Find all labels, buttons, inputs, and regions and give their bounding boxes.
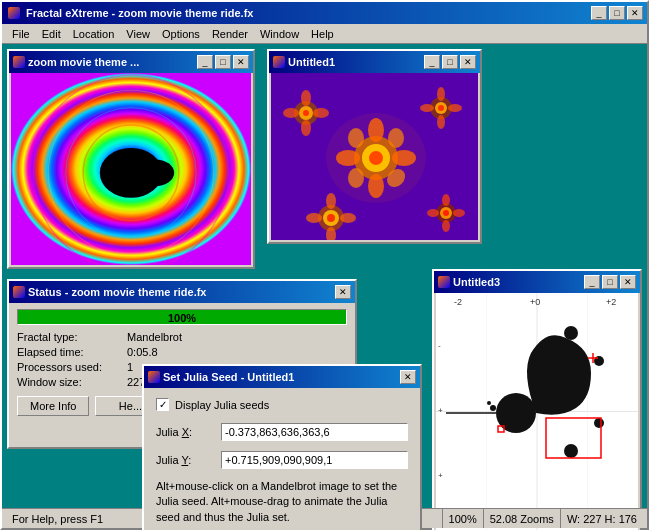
menu-edit[interactable]: Edit xyxy=(36,26,67,42)
svg-point-45 xyxy=(427,209,439,217)
fractal-type-label: Fractal type: xyxy=(17,331,127,343)
julia-dialog: Set Julia Seed - Untitled1 ✕ ✓ Display J… xyxy=(142,364,422,530)
svg-point-55 xyxy=(564,444,578,458)
svg-text:-2: -2 xyxy=(454,297,462,307)
svg-point-58 xyxy=(487,401,491,405)
svg-point-29 xyxy=(437,87,445,101)
fractal2-image xyxy=(271,73,478,240)
fractal3-controls: _ □ ✕ xyxy=(584,275,636,289)
processors-value: 1 xyxy=(127,361,133,373)
svg-point-47 xyxy=(326,113,426,203)
menu-help[interactable]: Help xyxy=(305,26,340,42)
dialog-content: ✓ Display Julia seeds Julia X: Julia Y: … xyxy=(144,388,420,530)
main-minimize-button[interactable]: _ xyxy=(591,6,607,20)
zooms-label: 52.08 Zooms xyxy=(490,513,554,525)
svg-point-53 xyxy=(496,393,536,433)
status-title-bar: Status - zoom movie theme ride.fx ✕ xyxy=(9,281,355,303)
window-size-label: Window size: xyxy=(17,376,127,388)
svg-point-24 xyxy=(283,108,299,118)
svg-point-44 xyxy=(442,220,450,232)
svg-point-22 xyxy=(301,90,311,106)
julia-title: Set Julia Seed - Untitled1 xyxy=(163,371,400,383)
app-icon xyxy=(6,5,22,21)
status-close[interactable]: ✕ xyxy=(335,285,351,299)
status-controls: ✕ xyxy=(335,285,351,299)
main-maximize-button[interactable]: □ xyxy=(609,6,625,20)
svg-point-35 xyxy=(327,214,335,222)
fractal-window-3: Untitled3 _ □ ✕ xyxy=(432,269,642,530)
elapsed-row: Elapsed time: 0:05.8 xyxy=(17,346,347,358)
svg-point-25 xyxy=(313,108,329,118)
zooms-section: 52.08 Zooms xyxy=(484,509,561,528)
fractal2-icon xyxy=(273,56,285,68)
main-window: Fractal eXtreme - zoom movie theme ride.… xyxy=(0,0,649,530)
julia-close-btn[interactable]: ✕ xyxy=(400,370,416,384)
menu-location[interactable]: Location xyxy=(67,26,121,42)
svg-point-57 xyxy=(490,405,496,411)
julia-title-bar: Set Julia Seed - Untitled1 ✕ xyxy=(144,366,420,388)
julia-dialog-icon xyxy=(148,371,160,383)
content-area: zoom movie theme ... _ □ ✕ xyxy=(2,44,647,508)
more-info-button[interactable]: More Info xyxy=(17,396,89,416)
svg-point-39 xyxy=(340,213,356,223)
fractal3-close[interactable]: ✕ xyxy=(620,275,636,289)
fractal3-maximize[interactable]: □ xyxy=(602,275,618,289)
checkbox-label: Display Julia seeds xyxy=(175,399,269,411)
progress-bar-container: 100% xyxy=(17,309,347,325)
fractal2-maximize[interactable]: □ xyxy=(442,55,458,69)
menu-view[interactable]: View xyxy=(120,26,156,42)
size-label: W: 227 H: 176 xyxy=(567,513,637,525)
menu-window[interactable]: Window xyxy=(254,26,305,42)
fractal-type-row: Fractal type: Mandelbrot xyxy=(17,331,347,343)
svg-point-42 xyxy=(443,210,449,216)
fractal3-minimize[interactable]: _ xyxy=(584,275,600,289)
fractal1-image xyxy=(11,73,251,265)
processors-label: Processors used: xyxy=(17,361,127,373)
fractal-type-value: Mandelbrot xyxy=(127,331,182,343)
fractal1-minimize[interactable]: _ xyxy=(197,55,213,69)
fractal2-canvas[interactable] xyxy=(271,73,478,240)
svg-text:+: + xyxy=(438,406,443,415)
julia-y-input[interactable] xyxy=(221,451,408,469)
fractal3-icon xyxy=(438,276,450,288)
fractal3-title: Untitled3 xyxy=(453,276,584,288)
main-title: Fractal eXtreme - zoom movie theme ride.… xyxy=(26,7,591,19)
display-julia-checkbox[interactable]: ✓ xyxy=(156,398,169,411)
fractal2-title: Untitled1 xyxy=(288,56,424,68)
fractal1-close[interactable]: ✕ xyxy=(233,55,249,69)
menu-options[interactable]: Options xyxy=(156,26,206,42)
fractal1-maximize[interactable]: □ xyxy=(215,55,231,69)
fractal1-canvas[interactable] xyxy=(11,73,251,265)
elapsed-value: 0:05.8 xyxy=(127,346,158,358)
main-close-button[interactable]: ✕ xyxy=(627,6,643,20)
fractal2-title-bar: Untitled1 _ □ ✕ xyxy=(269,51,480,73)
fractal2-controls: _ □ ✕ xyxy=(424,55,476,69)
svg-point-30 xyxy=(437,115,445,129)
fractal1-icon xyxy=(13,56,25,68)
svg-point-31 xyxy=(420,104,434,112)
fractal2-minimize[interactable]: _ xyxy=(424,55,440,69)
fractal1-title-bar: zoom movie theme ... _ □ ✕ xyxy=(9,51,253,73)
svg-text:+2: +2 xyxy=(606,297,616,307)
menu-render[interactable]: Render xyxy=(206,26,254,42)
svg-point-54 xyxy=(564,326,578,340)
progress-text: 100% xyxy=(18,310,346,326)
main-title-bar: Fractal eXtreme - zoom movie theme ride.… xyxy=(2,2,647,24)
fractal2-close[interactable]: ✕ xyxy=(460,55,476,69)
zoom-percent-section: 100% xyxy=(443,509,484,528)
help-text: For Help, press F1 xyxy=(12,513,103,525)
main-window-controls: _ □ ✕ xyxy=(591,6,643,20)
svg-point-23 xyxy=(301,120,311,136)
menu-file[interactable]: File xyxy=(6,26,36,42)
fractal1-title: zoom movie theme ... xyxy=(28,56,197,68)
julia-x-input[interactable] xyxy=(221,423,408,441)
status-title: Status - zoom movie theme ride.fx xyxy=(28,286,335,298)
fractal1-controls: _ □ ✕ xyxy=(197,55,249,69)
fractal3-title-bar: Untitled3 _ □ ✕ xyxy=(434,271,640,293)
status-icon xyxy=(13,286,25,298)
fractal3-canvas[interactable]: -2 +0 +2 - + + xyxy=(436,293,638,530)
svg-point-21 xyxy=(303,110,309,116)
svg-point-28 xyxy=(438,105,444,111)
julia-y-row: Julia Y: xyxy=(156,451,408,469)
size-section: W: 227 H: 176 xyxy=(561,509,643,528)
